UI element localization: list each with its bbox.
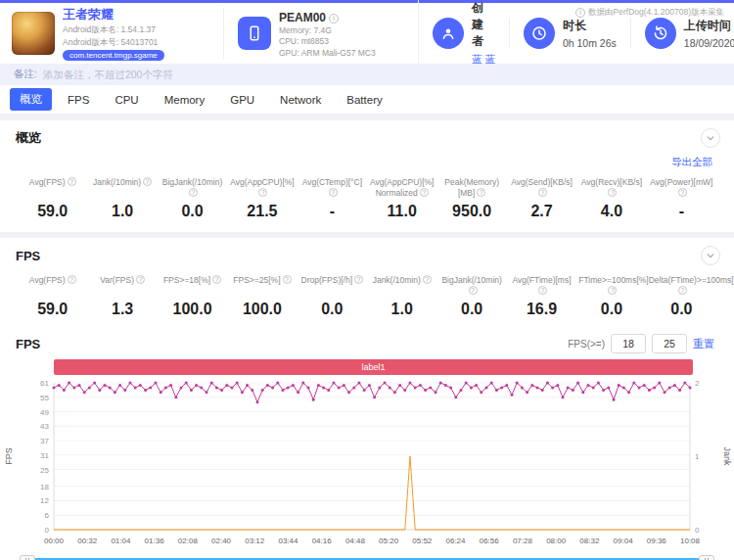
creator-label: 创建者: [472, 0, 495, 50]
svg-text:49: 49: [40, 408, 49, 417]
metric-value: 21.5: [227, 203, 297, 220]
info-icon[interactable]: i: [329, 14, 339, 23]
metric-column: Avg(FPS)?59.0: [18, 177, 87, 220]
fps-chart-title: FPS: [16, 337, 40, 351]
metric-label: BigJank(/10min)?: [158, 177, 227, 199]
info-icon[interactable]: ?: [469, 286, 478, 295]
fps-line-chart[interactable]: 0612182531374349556101200:0000:3201:0401…: [0, 377, 734, 549]
duration-value: 0h 10m 26s: [563, 37, 617, 49]
collapse-button[interactable]: [701, 128, 720, 148]
svg-text:25: 25: [40, 466, 49, 475]
reset-button[interactable]: 重置: [693, 337, 714, 351]
info-icon[interactable]: ?: [678, 188, 687, 197]
metric-column: Avg(Send)[KB/s]?2.7: [507, 177, 576, 220]
info-icon[interactable]: ?: [189, 188, 198, 197]
info-icon[interactable]: ?: [608, 188, 617, 197]
device-info-block: PEAM00i Memory: 7.4G CPU: mt6853 GPU: AR…: [223, 8, 404, 59]
info-icon[interactable]: ?: [420, 188, 429, 197]
header: 王者荣耀 Android版本名: 1.54.1.37 Android版本号: 5…: [0, 3, 734, 64]
metric-value: -: [647, 203, 716, 220]
metric-label: Avg(FPS)?: [18, 177, 87, 199]
info-icon[interactable]: ?: [477, 188, 485, 197]
metric-label: BigJank(/10min)?: [436, 275, 506, 297]
svg-text:05:52: 05:52: [412, 537, 433, 545]
scrollbar-right-handle[interactable]: [699, 555, 714, 560]
svg-text:03:44: 03:44: [278, 537, 298, 545]
metric-column: Avg(Recv)[KB/s]?4.0: [576, 177, 646, 220]
metric-label: Drop(FPS)[/h]?: [298, 275, 367, 297]
svg-text:12: 12: [40, 497, 49, 506]
metric-value: 59.0: [18, 301, 87, 318]
remark-input[interactable]: [43, 69, 356, 80]
info-icon[interactable]: ?: [283, 275, 292, 284]
svg-text:01:04: 01:04: [111, 537, 131, 545]
metric-label: Avg(AppCPU)[%] Normalized?: [367, 177, 436, 199]
clock-icon: [524, 18, 555, 49]
tab-memory[interactable]: Memory: [155, 90, 215, 110]
metric-value: 11.0: [367, 203, 436, 220]
metric-label: Avg(AppCPU)[%]?: [227, 177, 297, 199]
metric-label: Jank(/10min)?: [367, 275, 436, 297]
metric-value: 1.0: [367, 301, 436, 318]
metric-column: FTime>=100ms[%]?0.0: [576, 275, 646, 318]
info-icon[interactable]: ?: [258, 188, 267, 197]
info-icon[interactable]: ?: [212, 275, 221, 284]
svg-text:0: 0: [695, 526, 700, 535]
svg-text:04:48: 04:48: [345, 537, 366, 545]
info-icon[interactable]: ?: [68, 177, 76, 186]
device-gpu: GPU: ARM Mali-G57 MC3: [279, 48, 404, 59]
metric-column: FPS>=18[%]?100.0: [158, 275, 227, 318]
chart-range-scrollbar[interactable]: [20, 555, 714, 560]
info-icon[interactable]: ?: [329, 188, 338, 197]
info-icon[interactable]: ?: [354, 275, 363, 284]
tab-gpu[interactable]: GPU: [220, 90, 264, 110]
fps-section: FPS Avg(FPS)?59.0Var(FPS)?1.3FPS>=18[%]?…: [0, 238, 734, 560]
metric-label: Avg(CTemp)[°C]?: [298, 177, 367, 199]
tab-network[interactable]: Network: [270, 90, 331, 110]
info-icon[interactable]: ?: [423, 275, 432, 284]
svg-text:08:00: 08:00: [546, 537, 567, 545]
info-icon[interactable]: ?: [608, 286, 617, 295]
game-icon: [12, 12, 55, 55]
svg-text:04:16: 04:16: [312, 537, 333, 545]
info-icon[interactable]: ?: [136, 275, 145, 284]
metric-column: Avg(FTime)[ms]?16.9: [507, 275, 576, 318]
metric-label: Avg(FPS)?: [18, 275, 87, 297]
metric-label: Var(FPS)?: [87, 275, 157, 297]
user-icon: [433, 18, 464, 49]
upload-time-value: 18/09/2020 21:46:45: [684, 37, 734, 49]
svg-text:08:32: 08:32: [579, 537, 600, 545]
fps-threshold-input-1[interactable]: [611, 334, 646, 353]
metric-label: Avg(Recv)[KB/s]?: [576, 177, 646, 199]
metric-value: 0.0: [576, 301, 646, 318]
metric-column: Jank(/10min)?1.0: [87, 177, 157, 220]
tab-battery[interactable]: Battery: [337, 90, 391, 110]
svg-text:06:24: 06:24: [446, 537, 467, 545]
tab-cpu[interactable]: CPU: [105, 90, 148, 110]
metric-value: 0.0: [647, 301, 716, 318]
info-icon[interactable]: ?: [143, 177, 152, 186]
info-icon[interactable]: ?: [678, 286, 687, 295]
chart-label-banner[interactable]: label1: [54, 359, 693, 375]
fps-threshold-input-2[interactable]: [652, 334, 687, 353]
svg-text:55: 55: [40, 394, 49, 402]
collapse-button[interactable]: [701, 246, 720, 265]
metric-value: 100.0: [227, 301, 297, 318]
info-icon[interactable]: ?: [538, 188, 547, 197]
svg-text:00:00: 00:00: [44, 537, 65, 545]
svg-text:1: 1: [695, 452, 700, 461]
tab-overview[interactable]: 概览: [10, 88, 52, 111]
svg-text:18: 18: [40, 483, 49, 491]
info-icon[interactable]: ?: [538, 286, 547, 295]
svg-text:6: 6: [45, 511, 50, 520]
tab-bar: 概览FPSCPUMemoryGPUNetworkBattery: [0, 85, 734, 115]
scrollbar-left-handle[interactable]: [20, 555, 35, 560]
export-all-link[interactable]: 导出全部: [671, 156, 712, 167]
tab-fps[interactable]: FPS: [58, 90, 99, 110]
metric-column: BigJank(/10min)?0.0: [158, 177, 227, 220]
metric-column: Avg(AppCPU)[%]?21.5: [227, 177, 297, 220]
remark-bar: 备注:: [0, 64, 734, 85]
info-icon[interactable]: ?: [68, 275, 76, 284]
metric-column: Avg(AppCPU)[%] Normalized?11.0: [367, 177, 436, 220]
metric-value: 1.3: [87, 301, 157, 318]
